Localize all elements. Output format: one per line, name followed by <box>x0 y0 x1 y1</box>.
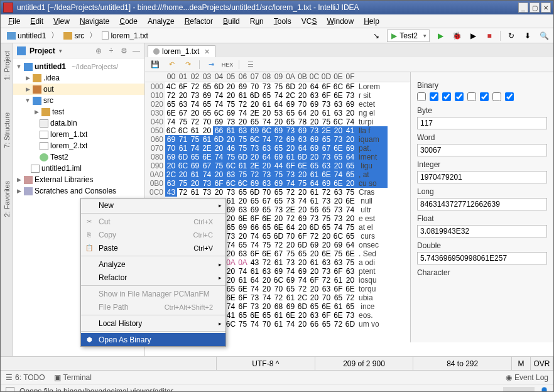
float-field[interactable] <box>417 225 547 237</box>
bined-icon <box>153 48 160 55</box>
ctx-file-path: File PathCtrl+Alt+Shift+2 <box>81 300 225 313</box>
menu-view[interactable]: View <box>48 16 75 27</box>
navigation-bar: untitled1〉 src〉 lorem_1.txt ↘ ▶Test2 ▶ 🐞… <box>1 28 553 43</box>
ctx-paste[interactable]: 📋PasteCtrl+V <box>81 241 225 254</box>
rail-project[interactable]: 1: Project <box>2 47 12 84</box>
status-message-bar: Opens file in binary/hexadecimal viewer/… <box>1 384 553 392</box>
window-title: untitled1 [~/IdeaProjects/untitled1] - b… <box>17 3 517 12</box>
crumb-folder[interactable]: src <box>61 31 87 41</box>
word-field[interactable] <box>417 144 547 156</box>
status-message: Opens file in binary/hexadecimal viewer/… <box>19 387 173 393</box>
menu-code[interactable]: Code <box>114 16 143 27</box>
ctx-show-fm: Show in File Manager PCManFM <box>81 287 225 300</box>
todo-tab[interactable]: ☰ 6: TODO <box>6 373 45 382</box>
word-label: Word <box>417 133 547 142</box>
menu-analyze[interactable]: Analyze <box>143 16 180 27</box>
menu-file[interactable]: File <box>3 16 25 27</box>
project-view-icon <box>17 46 26 55</box>
float-label: Float <box>417 214 547 223</box>
integer-field[interactable] <box>417 171 547 183</box>
build-icon[interactable]: ↘ <box>371 30 382 41</box>
menu-vcs[interactable]: VCS <box>296 16 322 27</box>
position-cell: 209 of 2 900 <box>315 357 414 370</box>
coverage-button[interactable]: ▶ <box>467 30 479 41</box>
undo-icon[interactable]: ↶ <box>166 60 177 70</box>
vcs-button[interactable]: ⬇ <box>522 30 533 41</box>
menu-tools[interactable]: Tools <box>269 16 296 27</box>
binary-checkboxes[interactable] <box>417 92 547 101</box>
titlebar: untitled1 [~/IdeaProjects/untitled1] - b… <box>1 1 553 14</box>
byte-label: Byte <box>417 106 547 115</box>
long-label: Long <box>417 187 547 196</box>
ctx-analyze[interactable]: Analyze▸ <box>81 258 225 271</box>
character-label: Character <box>417 268 547 277</box>
minimize-button[interactable]: _ <box>518 3 528 13</box>
status-icon[interactable] <box>6 387 14 393</box>
run-button[interactable]: ▶ <box>435 30 446 41</box>
mode-ovr[interactable]: OVR <box>531 357 553 370</box>
hex-statusbar: UTF-8 ^ 209 of 2 900 84 to 292 M OVR <box>1 356 553 370</box>
ctx-copy: ⎘CopyCtrl+C <box>81 228 225 241</box>
ctx-refactor[interactable]: Refactor▸ <box>81 271 225 284</box>
rail-favorites[interactable]: 2: Favorites <box>2 177 12 220</box>
project-tree[interactable]: ▼untitled1 ~/IdeaProjects/ ▶.idea ▶out ▼… <box>13 58 144 199</box>
update-button[interactable]: ↻ <box>506 30 517 41</box>
close-button[interactable]: ✕ <box>541 3 551 13</box>
maximize-button[interactable]: ▢ <box>530 3 540 13</box>
hector-icon[interactable]: 👤 <box>540 387 548 393</box>
hex-mode[interactable]: HEX <box>222 60 232 70</box>
ctx-local-history[interactable]: Local History▸ <box>81 317 225 330</box>
collapse-icon[interactable]: ⊕ <box>94 46 103 55</box>
rail-structure[interactable]: 7: Structure <box>2 109 12 152</box>
mode-m[interactable]: M <box>512 357 531 370</box>
integer-label: Integer <box>417 160 547 169</box>
menu-edit[interactable]: Edit <box>25 16 48 27</box>
menubar: File Edit View Navigate Code Analyze Ref… <box>1 14 553 28</box>
menu-help[interactable]: Help <box>359 16 384 27</box>
menu-run[interactable]: Run <box>245 16 269 27</box>
long-field[interactable] <box>417 198 547 210</box>
hex-toolbar: 💾 ↶ ↷ ⇥ HEX ☰ <box>145 57 553 72</box>
debug-button[interactable]: 🐞 <box>451 30 462 41</box>
gear-icon[interactable]: ⚙ <box>119 46 128 55</box>
event-log-tab[interactable]: ◉ Event Log <box>506 373 548 382</box>
settings-icon[interactable]: ☰ <box>246 60 256 70</box>
hide-icon[interactable]: — <box>132 46 141 55</box>
ctx-open-binary[interactable]: ⬢Open As Binary <box>81 333 225 346</box>
search-button[interactable]: 🔍 <box>538 30 550 41</box>
double-field[interactable] <box>417 252 547 264</box>
menu-refactor[interactable]: Refactor <box>180 16 218 27</box>
crumb-file[interactable]: lorem_1.txt <box>99 31 150 41</box>
menu-build[interactable]: Build <box>218 16 245 27</box>
context-menu: New▸ ✂CutCtrl+X ⎘CopyCtrl+C 📋PasteCtrl+V… <box>80 198 226 347</box>
editor-tabs: lorem_1.txt ✕ <box>145 43 553 57</box>
binary-label: Binary <box>417 81 547 90</box>
run-config-select[interactable]: ▶Test2 <box>387 30 430 42</box>
editor-tab[interactable]: lorem_1.txt ✕ <box>148 45 215 57</box>
cursor-icon[interactable]: ⇥ <box>206 60 216 70</box>
ctx-cut: ✂CutCtrl+X <box>81 215 225 228</box>
close-tab-icon[interactable]: ✕ <box>204 48 210 56</box>
menu-navigate[interactable]: Navigate <box>75 16 114 27</box>
redo-icon[interactable]: ↷ <box>183 60 193 70</box>
stop-button[interactable]: ■ <box>484 30 495 41</box>
ctx-new[interactable]: New▸ <box>81 199 225 212</box>
byte-field[interactable] <box>417 117 547 129</box>
memory-indicator[interactable] <box>503 387 535 393</box>
encoding-cell[interactable]: UTF-8 ^ <box>217 357 315 370</box>
terminal-tab[interactable]: ▣ Terminal <box>54 373 92 382</box>
project-header[interactable]: Project <box>30 46 55 55</box>
target-icon[interactable]: ÷ <box>107 46 116 55</box>
menu-window[interactable]: Window <box>322 16 359 27</box>
left-rail: 1: Project 7: Structure 2: Favorites <box>1 43 13 356</box>
double-label: Double <box>417 241 547 250</box>
bottom-toolbar: ☰ 6: TODO ▣ Terminal ◉ Event Log <box>1 370 553 384</box>
values-panel: Binary Byte Word Integer Long Float Doub… <box>410 72 553 342</box>
app-icon <box>3 3 13 13</box>
selection-cell: 84 to 292 <box>413 357 512 370</box>
save-icon[interactable]: 💾 <box>150 60 160 70</box>
crumb-project[interactable]: untitled1 <box>4 31 48 41</box>
